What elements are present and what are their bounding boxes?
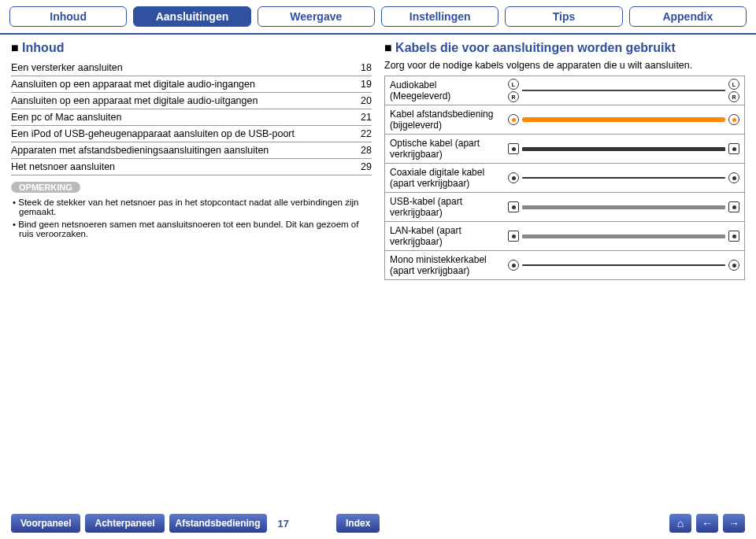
cable-plug [728, 231, 739, 242]
content: Inhoud Een versterker aansluiten18Aanslu… [0, 35, 756, 286]
bottom-nav: Voorpaneel Achterpaneel Afstandsbedienin… [0, 514, 756, 533]
toc-list: Een versterker aansluiten18Aansluiten op… [11, 60, 372, 175]
toc-label: Een versterker aansluiten [11, 62, 353, 73]
note-item: Steek de stekker van het netsnoer pas in… [11, 196, 372, 218]
cable-row: Optische kabel (apart verkrijgbaar) [385, 135, 744, 164]
cable-graphic [503, 171, 744, 185]
cable-row: Mono ministekkerkabel (apart verkrijgbaa… [385, 251, 744, 279]
note-item: Bind geen netsnoeren samen met aansluits… [11, 218, 372, 240]
cable-graphic [503, 258, 744, 272]
toc-row[interactable]: Een versterker aansluiten18 [11, 60, 372, 76]
btn-afstandsbediening[interactable]: Afstandsbediening [169, 514, 267, 533]
cable-name: Audiokabel (Meegeleverd) [385, 76, 503, 105]
left-title: Inhoud [11, 41, 372, 55]
cable-plug [728, 172, 739, 183]
cable-plug: LR [728, 79, 739, 102]
cable-plug [728, 143, 739, 154]
notes: Steek de stekker van het netsnoer pas in… [11, 196, 372, 240]
note-badge: OPMERKING [11, 182, 80, 193]
toc-row[interactable]: Aansluiten op een apparaat met digitale … [11, 93, 372, 109]
toc-row[interactable]: Een iPod of USB-geheugenapparaat aanslui… [11, 126, 372, 142]
cable-row: USB-kabel (apart verkrijgbaar) [385, 193, 744, 222]
cable-name: Optische kabel (apart verkrijgbaar) [385, 135, 503, 163]
cable-row: Coaxiale digitale kabel (apart verkrijgb… [385, 164, 744, 193]
next-icon[interactable]: → [723, 514, 745, 533]
cable-plug [508, 172, 519, 183]
btn-voorpaneel[interactable]: Voorpaneel [11, 514, 80, 533]
cable-row: Audiokabel (Meegeleverd)LRLR [385, 76, 744, 105]
home-icon[interactable]: ⌂ [669, 514, 691, 533]
cable-graphic [503, 200, 744, 214]
toc-row[interactable]: Een pc of Mac aansluiten21 [11, 109, 372, 126]
cable-name: LAN-kabel (apart verkrijgbaar) [385, 222, 503, 250]
right-column: Kabels die voor aansluitingen worden geb… [384, 41, 745, 280]
toc-label: Het netsnoer aansluiten [11, 161, 353, 172]
cable-name: USB-kabel (apart verkrijgbaar) [385, 193, 503, 221]
right-title: Kabels die voor aansluitingen worden geb… [384, 41, 745, 55]
toc-page: 18 [353, 62, 372, 73]
top-tabs: InhoudAansluitingenWeergaveInstellingenT… [0, 0, 756, 35]
btn-index[interactable]: Index [336, 514, 380, 533]
cable-row: LAN-kabel (apart verkrijgbaar) [385, 222, 744, 251]
tab-instellingen[interactable]: Instellingen [381, 6, 498, 27]
left-column: Inhoud Een versterker aansluiten18Aanslu… [11, 41, 372, 280]
cable-table: Audiokabel (Meegeleverd)LRLRKabel afstan… [384, 76, 745, 280]
cable-name: Kabel afstandsbediening (bijgeleverd) [385, 105, 503, 134]
toc-page: 20 [353, 95, 372, 106]
cable-plug [728, 201, 739, 212]
toc-row[interactable]: Apparaten met afstandsbedieningsaansluit… [11, 142, 372, 159]
toc-page: 28 [353, 145, 372, 156]
cable-name: Mono ministekkerkabel (apart verkrijgbaa… [385, 251, 503, 279]
tab-aansluitingen[interactable]: Aansluitingen [133, 6, 250, 27]
cable-graphic [503, 113, 744, 127]
page-number: 17 [272, 518, 295, 530]
toc-row[interactable]: Het netsnoer aansluiten29 [11, 159, 372, 175]
tab-weergave[interactable]: Weergave [258, 6, 375, 27]
cable-graphic [503, 229, 744, 243]
prev-icon[interactable]: ← [696, 514, 718, 533]
cable-plug [508, 143, 519, 154]
toc-label: Een pc of Mac aansluiten [11, 112, 353, 123]
cable-graphic: LRLR [503, 77, 744, 104]
cable-plug [508, 231, 519, 242]
tab-appendix[interactable]: Appendix [629, 6, 747, 27]
toc-label: Apparaten met afstandsbedieningsaansluit… [11, 145, 353, 156]
cable-plug: LR [508, 79, 519, 102]
cable-graphic [503, 142, 744, 156]
cable-plug [728, 260, 739, 271]
cable-plug [728, 114, 739, 125]
right-intro: Zorg voor de nodige kabels volgens de ap… [384, 60, 745, 71]
toc-row[interactable]: Aansluiten op een apparaat met digitale … [11, 76, 372, 93]
toc-label: Aansluiten op een apparaat met digitale … [11, 79, 353, 90]
toc-page: 29 [353, 161, 372, 172]
cable-plug [508, 201, 519, 212]
tab-tips[interactable]: Tips [505, 6, 622, 27]
toc-label: Aansluiten op een apparaat met digitale … [11, 95, 353, 106]
btn-achterpaneel[interactable]: Achterpaneel [85, 514, 164, 533]
toc-label: Een iPod of USB-geheugenapparaat aanslui… [11, 128, 353, 139]
toc-page: 19 [353, 79, 372, 90]
cable-row: Kabel afstandsbediening (bijgeleverd) [385, 105, 744, 135]
toc-page: 22 [353, 128, 372, 139]
tab-inhoud[interactable]: Inhoud [9, 6, 127, 27]
cable-plug [508, 114, 519, 125]
toc-page: 21 [353, 112, 372, 123]
cable-name: Coaxiale digitale kabel (apart verkrijgb… [385, 164, 503, 192]
cable-plug [508, 260, 519, 271]
